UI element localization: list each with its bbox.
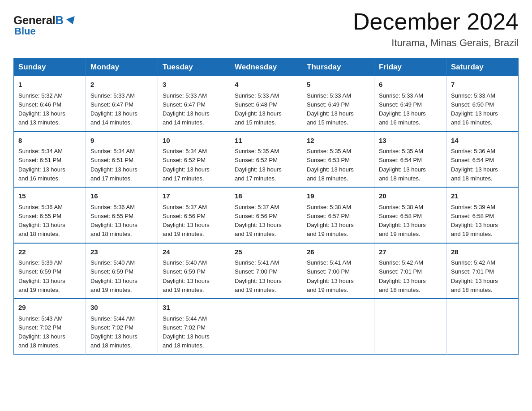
day-number: 8	[18, 136, 81, 146]
calendar-cell: 29 Sunrise: 5:43 AMSunset: 7:02 PMDaylig…	[14, 299, 86, 354]
day-number: 10	[163, 136, 225, 146]
calendar-cell: 22 Sunrise: 5:39 AMSunset: 6:59 PMDaylig…	[14, 243, 86, 299]
calendar-cell: 13 Sunrise: 5:35 AMSunset: 6:54 PMDaylig…	[374, 132, 446, 188]
day-number: 3	[163, 80, 225, 90]
calendar-cell: 5 Sunrise: 5:33 AMSunset: 6:49 PMDayligh…	[302, 76, 374, 132]
calendar-cell: 28 Sunrise: 5:42 AMSunset: 7:01 PMDaylig…	[446, 243, 519, 299]
calendar-cell: 3 Sunrise: 5:33 AMSunset: 6:47 PMDayligh…	[158, 76, 230, 132]
day-info: Sunrise: 5:33 AMSunset: 6:47 PMDaylight:…	[90, 92, 137, 126]
calendar-cell: 20 Sunrise: 5:38 AMSunset: 6:58 PMDaylig…	[374, 187, 446, 243]
day-number: 11	[235, 136, 297, 146]
day-info: Sunrise: 5:35 AMSunset: 6:52 PMDaylight:…	[235, 148, 282, 182]
day-number: 15	[18, 191, 81, 201]
logo-blue-part: B	[55, 13, 76, 27]
calendar-cell: 14 Sunrise: 5:36 AMSunset: 6:54 PMDaylig…	[446, 132, 519, 188]
day-info: Sunrise: 5:32 AMSunset: 6:46 PMDaylight:…	[18, 92, 65, 126]
day-number: 18	[235, 191, 297, 201]
day-info: Sunrise: 5:35 AMSunset: 6:53 PMDaylight:…	[307, 148, 354, 182]
calendar-cell: 7 Sunrise: 5:33 AMSunset: 6:50 PMDayligh…	[446, 76, 519, 132]
calendar-week-3: 15 Sunrise: 5:36 AMSunset: 6:55 PMDaylig…	[14, 187, 519, 243]
calendar-cell	[230, 299, 302, 354]
day-info: Sunrise: 5:39 AMSunset: 6:59 PMDaylight:…	[18, 259, 65, 293]
day-number: 13	[379, 136, 442, 146]
calendar-cell: 17 Sunrise: 5:37 AMSunset: 6:56 PMDaylig…	[158, 187, 230, 243]
header-cell-sunday: Sunday	[14, 58, 86, 77]
calendar-cell: 25 Sunrise: 5:41 AMSunset: 7:00 PMDaylig…	[230, 243, 302, 299]
header-cell-saturday: Saturday	[446, 58, 519, 77]
day-info: Sunrise: 5:33 AMSunset: 6:50 PMDaylight:…	[451, 92, 498, 126]
day-info: Sunrise: 5:36 AMSunset: 6:54 PMDaylight:…	[451, 148, 498, 182]
day-info: Sunrise: 5:33 AMSunset: 6:47 PMDaylight:…	[163, 92, 210, 126]
day-info: Sunrise: 5:34 AMSunset: 6:51 PMDaylight:…	[18, 148, 65, 182]
calendar-cell: 8 Sunrise: 5:34 AMSunset: 6:51 PMDayligh…	[14, 132, 86, 188]
day-info: Sunrise: 5:44 AMSunset: 7:02 PMDaylight:…	[163, 315, 210, 349]
day-info: Sunrise: 5:42 AMSunset: 7:01 PMDaylight:…	[379, 259, 426, 293]
calendar-cell: 12 Sunrise: 5:35 AMSunset: 6:53 PMDaylig…	[302, 132, 374, 188]
day-info: Sunrise: 5:33 AMSunset: 6:49 PMDaylight:…	[307, 92, 354, 126]
day-number: 19	[307, 191, 369, 201]
calendar-header: SundayMondayTuesdayWednesdayThursdayFrid…	[14, 58, 519, 77]
day-info: Sunrise: 5:34 AMSunset: 6:51 PMDaylight:…	[90, 148, 137, 182]
day-info: Sunrise: 5:34 AMSunset: 6:52 PMDaylight:…	[163, 148, 210, 182]
logo-blue-line: Blue	[14, 26, 36, 37]
header-cell-thursday: Thursday	[302, 58, 374, 77]
calendar-cell	[446, 299, 519, 354]
day-number: 1	[18, 80, 81, 90]
calendar-cell: 26 Sunrise: 5:41 AMSunset: 7:00 PMDaylig…	[302, 243, 374, 299]
day-number: 28	[451, 247, 514, 257]
day-number: 7	[451, 80, 514, 90]
day-info: Sunrise: 5:33 AMSunset: 6:49 PMDaylight:…	[379, 92, 426, 126]
header-cell-wednesday: Wednesday	[230, 58, 302, 77]
calendar-cell: 24 Sunrise: 5:40 AMSunset: 6:59 PMDaylig…	[158, 243, 230, 299]
day-number: 26	[307, 247, 369, 257]
day-info: Sunrise: 5:38 AMSunset: 6:58 PMDaylight:…	[379, 204, 426, 238]
day-info: Sunrise: 5:42 AMSunset: 7:01 PMDaylight:…	[451, 259, 498, 293]
header-row: SundayMondayTuesdayWednesdayThursdayFrid…	[14, 58, 519, 77]
calendar-cell: 16 Sunrise: 5:36 AMSunset: 6:55 PMDaylig…	[86, 187, 158, 243]
day-info: Sunrise: 5:39 AMSunset: 6:58 PMDaylight:…	[451, 204, 498, 238]
day-number: 16	[90, 191, 153, 201]
calendar-cell: 27 Sunrise: 5:42 AMSunset: 7:01 PMDaylig…	[374, 243, 446, 299]
day-number: 30	[90, 303, 153, 313]
day-info: Sunrise: 5:37 AMSunset: 6:56 PMDaylight:…	[163, 204, 210, 238]
day-info: Sunrise: 5:40 AMSunset: 6:59 PMDaylight:…	[163, 259, 210, 293]
calendar-cell: 9 Sunrise: 5:34 AMSunset: 6:51 PMDayligh…	[86, 132, 158, 188]
title-area: December 2024 Iturama, Minas Gerais, Bra…	[353, 9, 519, 49]
day-number: 12	[307, 136, 369, 146]
day-info: Sunrise: 5:36 AMSunset: 6:55 PMDaylight:…	[18, 204, 65, 238]
day-number: 2	[90, 80, 153, 90]
calendar-body: 1 Sunrise: 5:32 AMSunset: 6:46 PMDayligh…	[14, 76, 519, 354]
logo-triangle-icon	[66, 16, 77, 26]
calendar-cell: 6 Sunrise: 5:33 AMSunset: 6:49 PMDayligh…	[374, 76, 446, 132]
day-number: 17	[163, 191, 225, 201]
day-info: Sunrise: 5:44 AMSunset: 7:02 PMDaylight:…	[90, 315, 137, 349]
day-number: 23	[90, 247, 153, 257]
header-cell-monday: Monday	[86, 58, 158, 77]
day-info: Sunrise: 5:35 AMSunset: 6:54 PMDaylight:…	[379, 148, 426, 182]
calendar-table: SundayMondayTuesdayWednesdayThursdayFrid…	[13, 58, 519, 355]
day-number: 27	[379, 247, 442, 257]
calendar-cell: 19 Sunrise: 5:38 AMSunset: 6:57 PMDaylig…	[302, 187, 374, 243]
day-number: 14	[451, 136, 514, 146]
calendar-cell: 11 Sunrise: 5:35 AMSunset: 6:52 PMDaylig…	[230, 132, 302, 188]
day-number: 31	[163, 303, 225, 313]
calendar-week-2: 8 Sunrise: 5:34 AMSunset: 6:51 PMDayligh…	[14, 132, 519, 188]
calendar-cell: 15 Sunrise: 5:36 AMSunset: 6:55 PMDaylig…	[14, 187, 86, 243]
day-info: Sunrise: 5:37 AMSunset: 6:56 PMDaylight:…	[235, 204, 282, 238]
day-info: Sunrise: 5:43 AMSunset: 7:02 PMDaylight:…	[18, 315, 65, 349]
calendar-week-5: 29 Sunrise: 5:43 AMSunset: 7:02 PMDaylig…	[14, 299, 519, 354]
logo: General B Blue	[13, 13, 76, 37]
calendar-cell: 21 Sunrise: 5:39 AMSunset: 6:58 PMDaylig…	[446, 187, 519, 243]
calendar-cell: 30 Sunrise: 5:44 AMSunset: 7:02 PMDaylig…	[86, 299, 158, 354]
day-info: Sunrise: 5:38 AMSunset: 6:57 PMDaylight:…	[307, 204, 354, 238]
calendar-cell: 4 Sunrise: 5:33 AMSunset: 6:48 PMDayligh…	[230, 76, 302, 132]
header: General B Blue December 2024 Iturama, Mi…	[13, 9, 519, 49]
calendar-week-1: 1 Sunrise: 5:32 AMSunset: 6:46 PMDayligh…	[14, 76, 519, 132]
calendar-cell	[302, 299, 374, 354]
calendar-cell: 31 Sunrise: 5:44 AMSunset: 7:02 PMDaylig…	[158, 299, 230, 354]
calendar-cell	[374, 299, 446, 354]
day-number: 24	[163, 247, 225, 257]
calendar-cell: 2 Sunrise: 5:33 AMSunset: 6:47 PMDayligh…	[86, 76, 158, 132]
day-info: Sunrise: 5:36 AMSunset: 6:55 PMDaylight:…	[90, 204, 137, 238]
header-cell-friday: Friday	[374, 58, 446, 77]
